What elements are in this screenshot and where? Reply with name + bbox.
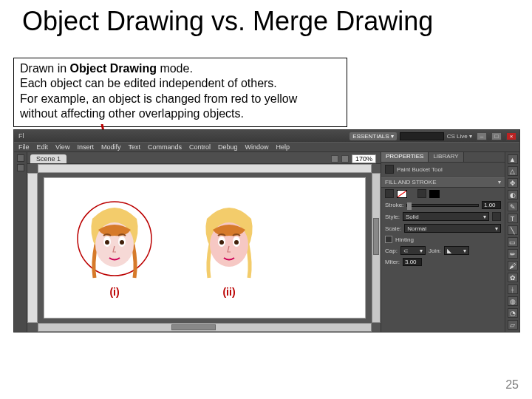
tab-properties[interactable]: PROPERTIES bbox=[381, 152, 429, 162]
fill-pencil-icon[interactable] bbox=[385, 189, 394, 198]
menu-commands[interactable]: Commands bbox=[148, 143, 182, 151]
cs-live-menu[interactable]: CS Live ▾ bbox=[447, 133, 472, 140]
menu-file[interactable]: File bbox=[18, 143, 30, 151]
label-i: (i) bbox=[70, 286, 159, 298]
menu-edit[interactable]: Edit bbox=[37, 143, 49, 151]
svg-point-4 bbox=[105, 240, 109, 245]
hinting-label: Hinting bbox=[395, 236, 414, 243]
menu-window[interactable]: Window bbox=[245, 143, 269, 151]
callout-box: Drawn in Object Drawing mode. Each objec… bbox=[13, 58, 347, 127]
menu-view[interactable]: View bbox=[55, 143, 69, 151]
titlebar: Fl ESSENTIALS ▾ CS Live ▾ – □ × bbox=[14, 130, 519, 142]
menubar: File Edit View Insert Modify Text Comman… bbox=[14, 142, 519, 152]
tool-name: Paint Bucket Tool bbox=[397, 166, 443, 173]
scale-dropdown[interactable]: Normal▾ bbox=[404, 224, 501, 233]
hinting-checkbox[interactable] bbox=[385, 236, 392, 243]
close-button[interactable]: × bbox=[506, 132, 516, 140]
paint-bucket-icon bbox=[385, 165, 394, 174]
fill-swatch[interactable] bbox=[397, 190, 407, 198]
toolbox: ▲ △ ✥ ◐ ✎ T ╲ ▭ ✏ 🖌 ✿ ⟊ ◍ ◔ ▱ bbox=[505, 152, 519, 332]
rail-icon[interactable] bbox=[17, 154, 24, 162]
brush-tool-icon[interactable]: 🖌 bbox=[508, 261, 518, 270]
scroll-thumb[interactable] bbox=[373, 218, 379, 255]
app-window: Fl ESSENTIALS ▾ CS Live ▾ – □ × File Edi… bbox=[13, 129, 520, 332]
svg-point-6 bbox=[120, 240, 124, 245]
menu-debug[interactable]: Debug bbox=[218, 143, 238, 151]
symbol-icon[interactable] bbox=[341, 155, 349, 163]
callout-l2: Each object can be edited independent of… bbox=[20, 76, 341, 91]
style-label: Style: bbox=[385, 214, 400, 220]
join-label: Join: bbox=[429, 248, 441, 254]
callout-l1b: Object Drawing bbox=[70, 62, 157, 75]
pen-tool-icon[interactable]: ✎ bbox=[508, 202, 518, 211]
stroke-label: Stroke: bbox=[385, 202, 403, 208]
callout-l1c: mode. bbox=[157, 62, 193, 75]
window-doc-name: Fl bbox=[18, 132, 24, 140]
callout-l3: For example, an object is changed from r… bbox=[20, 92, 341, 106]
style-dropdown[interactable]: Solid▾ bbox=[403, 212, 489, 221]
style-edit-icon[interactable] bbox=[492, 212, 501, 221]
subselect-tool-icon[interactable]: △ bbox=[508, 166, 518, 176]
properties-panel: PROPERTIES LIBRARY Paint Bucket Tool FIL… bbox=[381, 152, 505, 332]
free-transform-icon[interactable]: ✥ bbox=[508, 178, 518, 188]
line-tool-icon[interactable]: ╲ bbox=[508, 225, 518, 235]
face-ii: (ii) bbox=[185, 193, 273, 298]
join-dropdown[interactable]: ◣▾ bbox=[444, 246, 469, 255]
rect-tool-icon[interactable]: ▭ bbox=[508, 237, 518, 247]
stroke-bucket-icon[interactable] bbox=[417, 189, 426, 198]
eyedropper-tool-icon[interactable]: ◔ bbox=[508, 308, 518, 318]
face-i: (i) bbox=[70, 193, 159, 298]
scrollbar-horizontal[interactable] bbox=[38, 323, 372, 332]
paint-bucket-tool-icon[interactable]: ◍ bbox=[508, 296, 518, 306]
scroll-thumb[interactable] bbox=[171, 324, 216, 330]
lasso-tool-icon[interactable]: ◐ bbox=[508, 190, 518, 200]
miter-label: Miter: bbox=[385, 259, 400, 265]
scale-label: Scale: bbox=[385, 225, 401, 232]
svg-point-9 bbox=[219, 240, 224, 245]
text-tool-icon[interactable]: T bbox=[508, 214, 518, 223]
fill-stroke-header[interactable]: FILL AND STROKE bbox=[385, 179, 437, 185]
cap-label: Cap: bbox=[385, 248, 398, 254]
workspace-switcher[interactable]: ESSENTIALS ▾ bbox=[349, 132, 397, 140]
ruler-vertical bbox=[27, 173, 38, 323]
menu-help[interactable]: Help bbox=[276, 143, 290, 151]
edit-scene-icon[interactable] bbox=[331, 155, 338, 163]
document-area: Scene 1 170% bbox=[27, 152, 381, 332]
stroke-slider[interactable] bbox=[407, 202, 412, 210]
svg-point-11 bbox=[234, 240, 239, 245]
zoom-field[interactable]: 170% bbox=[352, 154, 376, 163]
scene-bar: Scene 1 170% bbox=[27, 152, 381, 164]
slide-title: Object Drawing vs. Merge Drawing bbox=[22, 6, 517, 37]
stroke-swatch[interactable] bbox=[429, 190, 440, 198]
page-number: 25 bbox=[505, 378, 519, 392]
label-ii: (ii) bbox=[185, 286, 273, 298]
left-rail bbox=[14, 152, 27, 332]
stage-canvas[interactable]: (i) bbox=[44, 177, 366, 318]
menu-text[interactable]: Text bbox=[128, 143, 140, 151]
miter-value[interactable]: 3.00 bbox=[403, 258, 422, 266]
eraser-tool-icon[interactable]: ▱ bbox=[508, 320, 518, 330]
maximize-button[interactable]: □ bbox=[491, 132, 502, 140]
menu-modify[interactable]: Modify bbox=[101, 143, 121, 151]
tab-library[interactable]: LIBRARY bbox=[429, 152, 463, 162]
search-input[interactable] bbox=[400, 132, 444, 140]
menu-control[interactable]: Control bbox=[189, 143, 211, 151]
bone-tool-icon[interactable]: ⟊ bbox=[508, 284, 518, 294]
minimize-button[interactable]: – bbox=[477, 132, 487, 140]
pencil-tool-icon[interactable]: ✏ bbox=[508, 249, 518, 259]
stroke-value[interactable]: 1.00 bbox=[482, 201, 501, 209]
selection-tool-icon[interactable]: ▲ bbox=[508, 154, 518, 164]
callout-l1a: Drawn in bbox=[20, 62, 70, 75]
rail-icon[interactable] bbox=[17, 164, 24, 171]
callout-l4: without affecting other overlapping obje… bbox=[20, 106, 341, 121]
cap-dropdown[interactable]: ⊂▾ bbox=[400, 246, 426, 255]
deco-tool-icon[interactable]: ✿ bbox=[508, 273, 518, 282]
menu-insert[interactable]: Insert bbox=[77, 143, 94, 151]
scene-tab[interactable]: Scene 1 bbox=[30, 154, 66, 163]
scrollbar-vertical[interactable] bbox=[372, 173, 381, 323]
ruler-horizontal bbox=[38, 164, 372, 173]
